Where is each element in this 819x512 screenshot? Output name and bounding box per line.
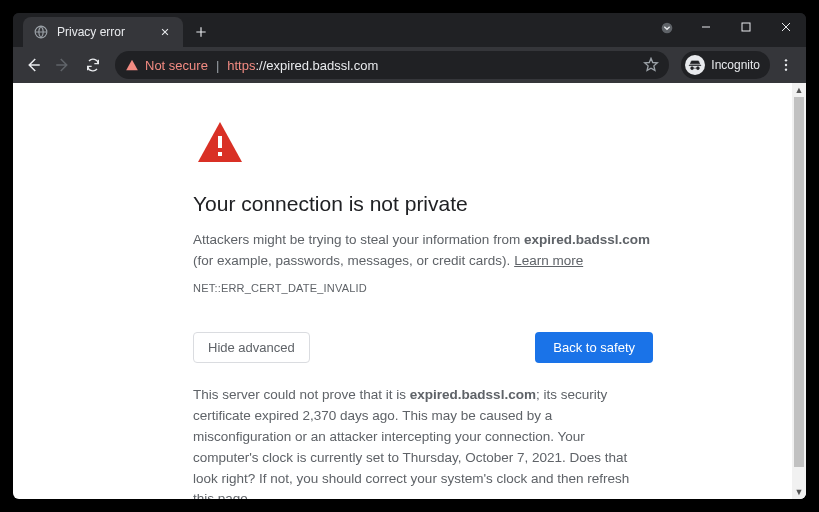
window-controls: [654, 13, 806, 47]
scroll-up-icon[interactable]: ▲: [792, 83, 806, 97]
security-chip[interactable]: Not secure: [125, 58, 208, 73]
reload-button[interactable]: [79, 51, 107, 79]
tab-title: Privacy error: [57, 25, 149, 39]
url-text: https://expired.badssl.com: [227, 58, 378, 73]
globe-icon: [33, 24, 49, 40]
bookmark-star-icon[interactable]: [643, 57, 659, 73]
kebab-menu-icon[interactable]: [772, 51, 800, 79]
warning-triangle-icon: [125, 58, 139, 72]
svg-rect-6: [218, 136, 222, 148]
separator: |: [216, 58, 219, 73]
close-window-button[interactable]: [766, 13, 806, 41]
scroll-thumb[interactable]: [794, 97, 804, 467]
learn-more-link[interactable]: Learn more: [514, 253, 583, 268]
scrollbar[interactable]: ▲ ▼: [792, 83, 806, 499]
svg-rect-7: [218, 152, 222, 156]
back-button[interactable]: [19, 51, 47, 79]
address-bar[interactable]: Not secure | https://expired.badssl.com: [115, 51, 669, 79]
error-heading: Your connection is not private: [193, 192, 653, 216]
error-body: Attackers might be trying to steal your …: [193, 230, 653, 272]
content-area: ▲ ▼ Your connection is not private Attac…: [13, 83, 806, 499]
browser-window: Privacy error: [13, 13, 806, 499]
button-row: Hide advanced Back to safety: [193, 332, 653, 363]
hide-advanced-button[interactable]: Hide advanced: [193, 332, 310, 363]
error-code: NET::ERR_CERT_DATE_INVALID: [193, 282, 653, 294]
not-secure-label: Not secure: [145, 58, 208, 73]
tab-actions-icon[interactable]: [654, 15, 680, 41]
scroll-down-icon[interactable]: ▼: [792, 485, 806, 499]
tab-close-icon[interactable]: [157, 24, 173, 40]
svg-point-5: [785, 68, 787, 70]
maximize-button[interactable]: [726, 13, 766, 41]
new-tab-button[interactable]: [187, 18, 215, 46]
title-bar: Privacy error: [13, 13, 806, 47]
back-to-safety-button[interactable]: Back to safety: [535, 332, 653, 363]
warning-triangle-icon: [193, 118, 653, 170]
svg-point-1: [662, 23, 673, 34]
toolbar: Not secure | https://expired.badssl.com …: [13, 47, 806, 83]
incognito-icon: [685, 55, 705, 75]
browser-tab[interactable]: Privacy error: [23, 17, 183, 47]
advanced-details: This server could not prove that it is e…: [193, 385, 653, 499]
svg-point-4: [785, 64, 787, 66]
minimize-button[interactable]: [686, 13, 726, 41]
svg-rect-2: [742, 23, 750, 31]
incognito-chip[interactable]: Incognito: [681, 51, 770, 79]
forward-button[interactable]: [49, 51, 77, 79]
ssl-error-interstitial: Your connection is not private Attackers…: [193, 118, 653, 499]
svg-point-3: [785, 59, 787, 61]
incognito-label: Incognito: [711, 58, 760, 72]
